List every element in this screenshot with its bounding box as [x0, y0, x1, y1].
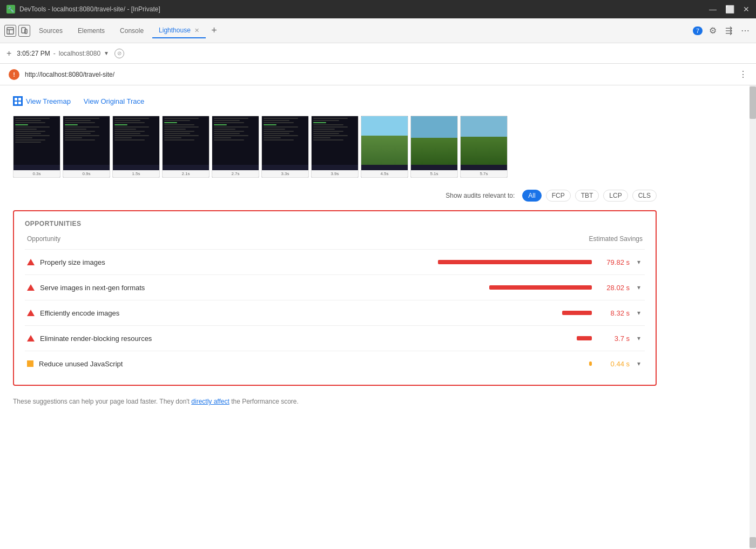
tab-elements[interactable]: Elements — [71, 24, 111, 38]
audit-item-unused-js: Reduce unused JavaScript 0.44 s ▾ — [25, 351, 645, 376]
audit-name: Reduce unused JavaScript — [39, 360, 584, 368]
add-tab-icon[interactable]: + — [6, 49, 11, 58]
address-text: http://localhost:8080/travel-site/ — [25, 71, 733, 78]
warning-icon — [27, 284, 35, 291]
warning-icon — [27, 259, 35, 265]
main-content: View Treemap View Original Trace — [0, 85, 756, 549]
filmstrip-frame: 5.7s — [460, 116, 508, 178]
url-host: - — [53, 50, 56, 57]
col-estimated-savings: Estimated Savings — [589, 235, 643, 243]
close-button[interactable]: ✕ — [743, 5, 750, 14]
tab-lighthouse[interactable]: Lighthouse ✕ — [152, 23, 206, 38]
notification-badge: 7 — [693, 26, 703, 35]
dock-button[interactable]: ⇶ — [723, 23, 734, 38]
frame-timestamp: 5.7s — [461, 170, 507, 177]
filter-lcp-button[interactable]: LCP — [603, 190, 627, 202]
section-title: OPPORTUNITIES — [25, 220, 645, 227]
column-headers: Opportunity Estimated Savings — [25, 235, 645, 243]
audit-bar-container — [562, 311, 592, 315]
more-button[interactable]: ⋯ — [739, 23, 752, 38]
audit-savings: 79.82 s — [597, 258, 630, 266]
view-treemap-link[interactable]: View Treemap — [13, 96, 71, 106]
restore-button[interactable]: ⬜ — [725, 5, 734, 14]
col-opportunity: Opportunity — [27, 235, 60, 243]
filter-fcp-button[interactable]: FCP — [546, 190, 571, 202]
audit-name: Serve images in next-gen formats — [40, 284, 484, 292]
inspect-icon[interactable] — [4, 25, 16, 37]
filter-cls-button[interactable]: CLS — [632, 190, 657, 202]
view-original-trace-link[interactable]: View Original Trace — [84, 97, 144, 105]
frame-timestamp: 3.3s — [262, 170, 308, 177]
directly-affect-link[interactable]: directly affect — [191, 398, 229, 405]
minimize-button[interactable]: — — [709, 5, 717, 14]
tab-close-icon[interactable]: ✕ — [194, 27, 199, 34]
audit-filter: Show audits relevant to: All FCP TBT LCP… — [13, 190, 657, 202]
url-time: 3:05:27 PM — [17, 50, 50, 57]
audit-bar-container — [589, 361, 592, 366]
frame-timestamp: 4.5s — [361, 170, 408, 177]
audit-item-encode: Efficiently encode images 8.32 s ▾ — [25, 300, 645, 325]
tab-bar: Sources Elements Console Lighthouse ✕ + … — [0, 18, 756, 43]
page-scrollbar[interactable] — [750, 85, 756, 549]
audit-savings: 0.44 s — [597, 360, 630, 368]
filter-label: Show audits relevant to: — [446, 192, 515, 199]
security-icon: ! — [9, 69, 19, 80]
warning-icon — [27, 310, 35, 316]
audit-item-properly-size: Properly size images 79.82 s ▾ — [25, 249, 645, 274]
view-links: View Treemap View Original Trace — [13, 96, 657, 106]
warning-icon — [27, 335, 35, 342]
tab-add-button[interactable]: + — [208, 23, 220, 38]
filmstrip-frame: 2.1s — [162, 116, 210, 178]
scrollbar-thumb-top — [750, 86, 756, 119]
audit-savings: 3.7 s — [597, 334, 630, 343]
tab-console[interactable]: Console — [113, 24, 150, 38]
frame-timestamp: 5.1s — [411, 170, 457, 177]
scrollbar-thumb-bottom — [750, 537, 756, 548]
frame-timestamp: 0.9s — [63, 170, 110, 177]
filter-all-button[interactable]: All — [522, 190, 541, 202]
expand-icon[interactable]: ▾ — [635, 308, 643, 318]
audit-savings: 28.02 s — [597, 284, 630, 292]
title-bar: 🔧 DevTools - localhost:8080/travel-site/… — [0, 0, 756, 18]
frame-timestamp: 2.1s — [163, 170, 209, 177]
filmstrip-frame: 4.5s — [361, 116, 408, 178]
stop-icon[interactable]: ⊘ — [114, 49, 124, 58]
audit-item-nextgen: Serve images in next-gen formats 28.02 s… — [25, 274, 645, 300]
settings-button[interactable]: ⚙ — [707, 23, 719, 38]
audit-bar — [562, 311, 592, 315]
url-dropdown-icon[interactable]: ▼ — [104, 50, 109, 56]
url-host-label: localhost:8080 — [59, 50, 100, 57]
frame-timestamp: 0.3s — [14, 170, 60, 177]
audit-bar-container — [489, 285, 592, 290]
opportunities-section: OPPORTUNITIES Opportunity Estimated Savi… — [13, 210, 657, 386]
audit-bar — [489, 285, 592, 290]
filter-tbt-button[interactable]: TBT — [575, 190, 599, 202]
audit-savings: 8.32 s — [597, 309, 630, 317]
filmstrip-frame: 0.3s — [13, 116, 60, 178]
address-more-button[interactable]: ⋮ — [739, 69, 747, 79]
expand-icon[interactable]: ▾ — [635, 333, 643, 343]
filmstrip-frame: 5.1s — [410, 116, 458, 178]
title-bar-text: DevTools - localhost:8080/travel-site/ -… — [19, 5, 160, 13]
footer-note: These suggestions can help your page loa… — [13, 397, 657, 406]
audit-bar — [577, 336, 592, 340]
svg-rect-0 — [7, 28, 14, 34]
devtools-icon: 🔧 — [6, 5, 15, 14]
audit-bar-container — [577, 336, 592, 340]
filmstrip-frame: 2.7s — [212, 116, 259, 178]
audit-name: Properly size images — [40, 258, 433, 266]
expand-icon[interactable]: ▾ — [635, 359, 643, 369]
filmstrip-frame: 3.3s — [261, 116, 309, 178]
tab-sources[interactable]: Sources — [32, 24, 69, 38]
filmstrip: 0.3s 0.9s — [13, 116, 657, 178]
expand-icon[interactable]: ▾ — [635, 283, 643, 292]
treemap-icon — [13, 96, 23, 106]
lighthouse-content: View Treemap View Original Trace — [0, 85, 670, 417]
frame-timestamp: 2.7s — [212, 170, 259, 177]
expand-icon[interactable]: ▾ — [635, 257, 643, 267]
warning-icon — [27, 360, 33, 367]
device-icon[interactable] — [18, 25, 30, 37]
audit-name: Eliminate render-blocking resources — [40, 334, 571, 343]
address-bar: ! http://localhost:8080/travel-site/ ⋮ — [0, 64, 756, 85]
audit-bar — [438, 260, 592, 264]
